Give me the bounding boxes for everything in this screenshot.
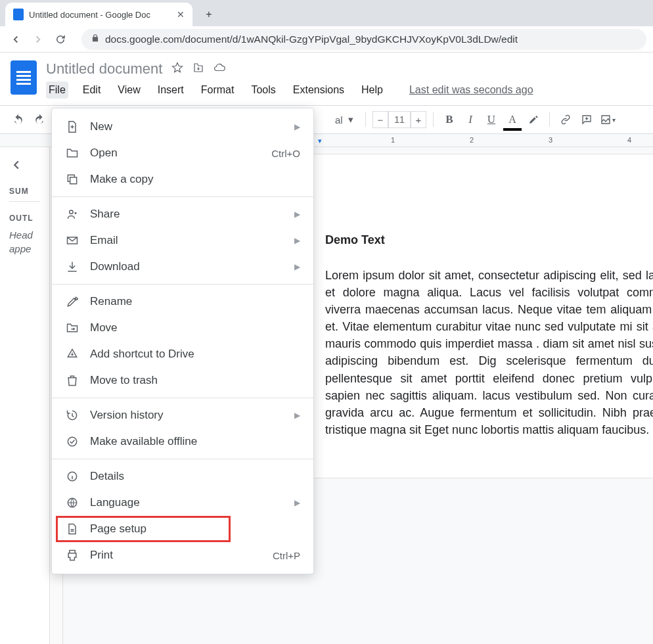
label: Rename [90,295,132,308]
submenu-arrow-icon: ▶ [294,262,300,271]
offline-check-icon [65,435,79,448]
back-button[interactable] [7,30,25,49]
label: Page setup [90,522,146,536]
address-bar[interactable]: docs.google.com/document/d/1wANQkil-GzgY… [81,29,646,50]
doc-heading-text[interactable]: Demo Text [325,233,653,247]
docs-header: Untitled document File Edit View Insert … [0,53,653,99]
menu-tools[interactable]: Tools [248,81,278,99]
ruler-tick: 2 [470,136,474,144]
forward-button[interactable] [29,30,47,49]
svg-point-1 [68,437,76,446]
menu-separator [52,398,313,398]
menu-item-rename[interactable]: Rename [52,288,313,315]
add-comment-button[interactable] [577,110,596,129]
text-color-button[interactable]: A [503,110,522,129]
menu-item-offline[interactable]: Make available offline [52,428,313,455]
browser-tab[interactable]: Untitled document - Google Doc ✕ [5,3,192,26]
document-title[interactable]: Untitled document [46,60,162,78]
cloud-status-icon[interactable] [214,62,225,76]
toolbar-separator [365,112,366,127]
document-page[interactable]: Demo Text Lorem ipsum dolor sit amet, co… [313,154,653,478]
redo-button[interactable] [30,110,49,129]
underline-button[interactable]: U [482,110,501,129]
url-text: docs.google.com/document/d/1wANQkil-GzgY… [105,34,518,45]
menu-view[interactable]: View [115,81,143,99]
menu-separator [52,284,313,285]
undo-button[interactable] [9,110,28,129]
menu-item-make-copy[interactable]: Make a copy [52,166,313,193]
reload-button[interactable] [51,30,70,49]
copy-icon [65,173,79,186]
font-size-input[interactable]: 11 [388,111,411,128]
docs-logo-icon[interactable] [11,60,37,95]
menu-format[interactable]: Format [198,81,237,99]
last-edit-link[interactable]: Last edit was seconds ago [409,84,533,96]
menu-item-page-setup[interactable]: Page setup [52,516,313,542]
menu-edit[interactable]: Edit [80,81,104,99]
menu-item-move[interactable]: Move [52,315,313,341]
ruler-tick: 4 [627,136,631,144]
move-icon[interactable] [192,62,204,76]
indent-marker-icon[interactable]: ▾ [318,137,322,145]
menu-item-print[interactable]: Print Ctrl+P [52,542,313,568]
menu-item-open[interactable]: Open Ctrl+O [52,140,313,166]
menu-file[interactable]: File [46,81,68,99]
insert-link-button[interactable] [556,110,575,129]
menu-item-move-to-trash[interactable]: Move to trash [52,367,313,394]
menu-item-share[interactable]: Share ▶ [52,201,313,227]
menu-item-version-history[interactable]: Version history ▶ [52,402,313,428]
label: Open [90,147,118,160]
italic-button[interactable]: I [461,110,480,129]
menu-item-email[interactable]: Email ▶ [52,227,313,254]
label: New [90,120,112,133]
tab-title: Untitled document - Google Doc [29,10,150,20]
font-size-increase[interactable]: + [411,111,426,128]
new-tab-button[interactable]: + [199,5,219,24]
menu-separator [52,459,313,459]
menu-item-download[interactable]: Download ▶ [52,254,313,280]
submenu-arrow-icon: ▶ [294,236,300,245]
menu-bar: File Edit View Insert Format Tools Exten… [46,81,533,99]
menu-help[interactable]: Help [359,81,386,99]
outline-collapse-button[interactable] [9,158,40,175]
label: Language [90,496,140,509]
label: Print [90,549,113,562]
history-icon [65,409,79,422]
globe-icon [65,496,79,509]
menu-item-add-shortcut[interactable]: Add shortcut to Drive [52,341,313,367]
font-size-control: − 11 + [372,111,426,128]
menu-item-new[interactable]: New ▶ [52,114,313,140]
svg-point-0 [70,210,73,214]
submenu-arrow-icon: ▶ [294,210,300,219]
insert-image-button[interactable]: ▾ [598,110,617,129]
person-add-icon [65,208,79,221]
download-icon [65,260,79,273]
highlight-button[interactable] [524,110,543,129]
shortcut: Ctrl+P [273,550,300,561]
menu-item-details[interactable]: Details [52,463,313,490]
label: Download [90,260,140,273]
mail-icon [65,234,79,247]
file-menu-dropdown: New ▶ Open Ctrl+O Make a copy Share ▶ Em… [51,108,314,574]
docs-favicon [13,9,24,20]
bold-button[interactable]: B [440,110,459,129]
star-icon[interactable] [171,62,183,76]
font-size-decrease[interactable]: − [372,111,388,128]
doc-body-text[interactable]: Lorem ipsum dolor sit amet, consectetur … [325,267,653,438]
menu-item-language[interactable]: Language ▶ [52,490,313,516]
toolbar-separator [433,112,434,127]
label: Move [90,321,118,334]
font-family-dropdown[interactable]: al▾ [330,114,359,126]
outline-panel: SUM OUTL Head appe [0,147,50,644]
close-tab-icon[interactable]: ✕ [177,9,185,20]
ruler-tick: 3 [549,136,552,144]
lock-icon [91,34,100,45]
submenu-arrow-icon: ▶ [294,411,300,420]
menu-extensions[interactable]: Extensions [290,81,347,99]
trash-icon [65,374,79,387]
page-setup-icon [65,522,79,536]
drive-shortcut-icon [65,348,79,361]
label: Email [90,234,118,247]
menu-insert[interactable]: Insert [155,81,187,99]
folder-move-icon [65,321,79,334]
